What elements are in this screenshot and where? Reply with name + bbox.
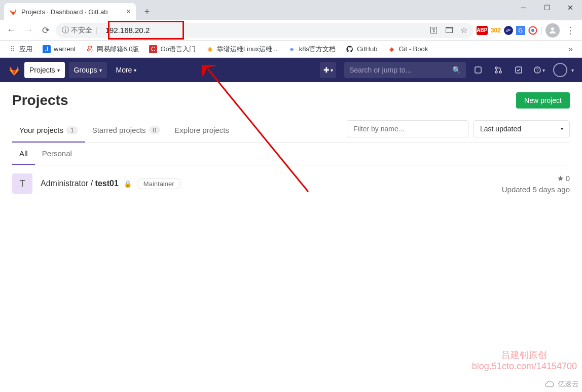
bookmark-apps[interactable]: ⠿应用: [4, 43, 37, 56]
bookmark-github[interactable]: GitHub: [342, 43, 381, 55]
filter-input[interactable]: [347, 120, 468, 137]
bookmark-gitbook[interactable]: ◆Git - Book: [383, 43, 432, 55]
apps-icon: ⠿: [8, 45, 16, 53]
project-tabs: Your projects1 Starred projects0 Explore…: [12, 119, 570, 143]
url-text: 192.168.20.2: [102, 25, 153, 35]
git-icon: ◆: [387, 45, 395, 53]
page-content: Projects New project Your projects1 Star…: [0, 82, 582, 212]
tab-close-icon[interactable]: ×: [126, 7, 131, 16]
browser-toolbar: ← → ⟳ ⓘ 不安全 | 192.168.20.2 ⚿ 🗔 ☆ ABP 302…: [0, 20, 582, 41]
browser-tab[interactable]: Projects · Dashboard · GitLab ×: [4, 3, 136, 20]
gitlab-logo-icon[interactable]: [8, 64, 20, 76]
bookmark-linux[interactable]: ◉靠谱运维Linux运维...: [202, 43, 282, 56]
svg-point-5: [495, 71, 497, 73]
svg-text:?: ?: [536, 67, 538, 73]
todos-icon[interactable]: [511, 62, 527, 78]
cloud-icon: [544, 380, 556, 389]
svg-point-1: [531, 29, 534, 32]
page-title: Projects: [12, 92, 68, 109]
star-count: ★0: [502, 174, 570, 183]
translate-icon[interactable]: 🗔: [445, 26, 453, 35]
svg-point-2: [551, 27, 554, 30]
svg-point-4: [495, 67, 497, 69]
bookmark-icon: J: [43, 45, 51, 53]
key-icon[interactable]: ⚿: [430, 26, 438, 35]
maximize-button[interactable]: ☐: [535, 0, 559, 15]
adblock-icon[interactable]: ABP: [477, 26, 488, 35]
projects-dropdown[interactable]: Projects▾: [24, 62, 65, 78]
chevron-down-icon: ▾: [134, 67, 136, 73]
chevron-down-icon: ▾: [99, 67, 102, 73]
bookmark-icon: C: [149, 45, 157, 53]
groups-dropdown[interactable]: Groups▾: [69, 62, 107, 78]
tab-starred-projects[interactable]: Starred projects0: [85, 119, 168, 142]
user-avatar-dropdown[interactable]: [553, 63, 567, 77]
sort-dropdown[interactable]: Last updated▾: [474, 120, 570, 137]
gitlab-favicon-icon: [9, 8, 17, 16]
updated-text: Updated 5 days ago: [502, 185, 570, 194]
chrome-ext-icon[interactable]: [528, 26, 537, 35]
search-icon: 🔍: [452, 66, 461, 74]
gitlab-header: Projects▾ Groups▾ More▾ ✚▾ Search or jum…: [0, 58, 582, 82]
project-avatar: T: [12, 173, 32, 194]
tab-explore-projects[interactable]: Explore projects: [167, 119, 236, 142]
project-row[interactable]: T Administrator / test01 🔒 Maintainer ★0…: [12, 165, 570, 202]
subtab-all[interactable]: All: [12, 143, 35, 165]
profile-button[interactable]: [545, 23, 560, 38]
project-subtabs: All Personal: [12, 143, 570, 165]
bookmark-icon: 易: [86, 45, 94, 53]
bookmark-golang[interactable]: CGo语言入门: [145, 43, 199, 56]
bookmarks-bar: ⠿应用 Jwarrent 易网易邮箱6.0版 CGo语言入门 ◉靠谱运维Linu…: [0, 41, 582, 58]
chevron-down-icon: ▾: [57, 67, 60, 73]
chevron-down-icon: ▾: [571, 67, 574, 73]
more-dropdown[interactable]: More▾: [111, 62, 142, 78]
role-badge: Maintainer: [137, 179, 181, 189]
gitlab-search-input[interactable]: Search or jump to... 🔍: [344, 62, 466, 78]
new-dropdown[interactable]: ✚▾: [320, 62, 336, 78]
ip-ext-icon[interactable]: iP: [504, 26, 513, 35]
security-indicator[interactable]: ⓘ 不安全 |: [62, 26, 98, 35]
chevron-down-icon: ▾: [331, 67, 333, 73]
subtab-personal[interactable]: Personal: [35, 143, 79, 165]
new-tab-button[interactable]: +: [140, 5, 154, 19]
new-project-button[interactable]: New project: [516, 92, 570, 109]
svg-point-6: [499, 71, 501, 73]
forward-button[interactable]: →: [21, 23, 35, 38]
bookmark-163mail[interactable]: 易网易邮箱6.0版: [82, 43, 143, 56]
watermark: 吕建钊原创 blog.51cto.com/14154700: [472, 349, 577, 372]
chevron-down-icon: ▾: [561, 126, 563, 131]
lock-icon: 🔒: [124, 180, 132, 188]
info-icon: ⓘ: [62, 26, 69, 35]
bookmarks-overflow[interactable]: »: [563, 45, 578, 54]
google-translate-icon[interactable]: G: [516, 26, 525, 35]
security-label: 不安全: [71, 26, 92, 35]
project-path[interactable]: Administrator / test01: [41, 179, 119, 188]
bookmark-icon: ⎈: [288, 45, 296, 53]
svg-rect-3: [475, 67, 481, 73]
github-icon: [346, 45, 354, 53]
bookmark-warrent[interactable]: Jwarrent: [39, 43, 80, 55]
issues-icon[interactable]: [470, 62, 486, 78]
tab-title: Projects · Dashboard · GitLab: [21, 8, 122, 16]
reload-button[interactable]: ⟳: [39, 23, 53, 38]
minimize-button[interactable]: ─: [512, 0, 535, 15]
browser-menu-button[interactable]: ⋮: [563, 25, 578, 36]
close-window-button[interactable]: ✕: [559, 0, 582, 15]
bookmark-k8s[interactable]: ⎈k8s官方文档: [284, 43, 340, 56]
browser-titlebar: Projects · Dashboard · GitLab × + ─ ☐ ✕: [0, 0, 582, 20]
star-icon[interactable]: ☆: [460, 25, 467, 35]
back-button[interactable]: ←: [4, 23, 18, 38]
tab-your-projects[interactable]: Your projects1: [12, 119, 85, 142]
address-bar[interactable]: ⓘ 不安全 | 192.168.20.2 ⚿ 🗔 ☆: [56, 23, 474, 38]
plus-icon: ✚: [323, 66, 330, 74]
ext-count: 302: [491, 27, 501, 34]
search-placeholder: Search or jump to...: [349, 66, 411, 74]
bookmark-icon: ◉: [206, 45, 214, 53]
corner-watermark: 亿速云: [544, 380, 579, 389]
star-icon: ★: [557, 174, 564, 183]
merge-requests-icon[interactable]: [490, 62, 506, 78]
help-dropdown[interactable]: ?▾: [531, 62, 547, 78]
